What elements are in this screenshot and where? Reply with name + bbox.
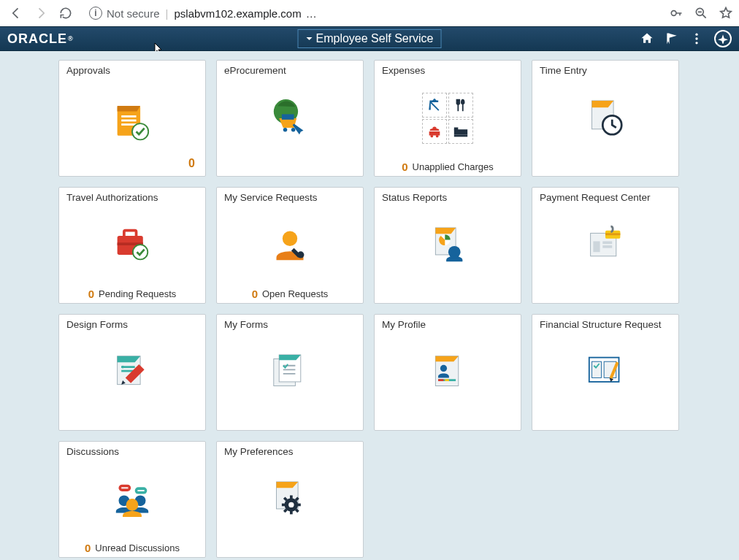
address-separator: | xyxy=(166,7,169,20)
tile-financial-structure-request[interactable]: Financial Structure Request xyxy=(532,314,679,431)
tile-payment-request-center[interactable]: Payment Request Center xyxy=(532,187,679,304)
svg-point-51 xyxy=(126,499,139,511)
zoom-icon[interactable] xyxy=(694,6,708,20)
approvals-count: 0 xyxy=(188,157,195,170)
tile-title: My Forms xyxy=(224,319,356,330)
svg-point-4 xyxy=(695,42,697,44)
expenses-sublabel: Unapplied Charges xyxy=(413,161,494,172)
svg-point-24 xyxy=(133,245,148,259)
svg-rect-8 xyxy=(121,123,136,126)
app-header: ORACLE® Employee Self Service xyxy=(0,26,739,51)
svg-point-37 xyxy=(121,365,124,368)
travel-auth-icon xyxy=(66,203,198,287)
eprocurement-icon xyxy=(224,76,356,160)
svg-point-12 xyxy=(283,127,288,131)
password-key-icon[interactable] xyxy=(669,6,684,20)
tile-title: My Preferences xyxy=(224,446,356,457)
notifications-button[interactable] xyxy=(665,31,679,46)
my-preferences-icon xyxy=(224,457,356,541)
tile-discussions[interactable]: Discussions 0 Unread Discussions xyxy=(58,441,206,558)
reload-button[interactable] xyxy=(55,3,76,23)
discussions-sublabel: Unread Discussions xyxy=(95,542,180,553)
svg-rect-47 xyxy=(592,361,602,377)
tile-title: My Profile xyxy=(382,319,513,330)
svg-rect-60 xyxy=(290,510,293,514)
my-profile-icon xyxy=(382,330,513,414)
tile-my-forms[interactable]: My Forms xyxy=(216,314,364,431)
svg-rect-62 xyxy=(296,503,301,506)
tile-my-service-requests[interactable]: My Service Requests 0 Open Requests xyxy=(216,187,364,304)
service-count: 0 xyxy=(252,288,258,300)
svg-point-0 xyxy=(671,11,676,16)
url-ellipsis: … xyxy=(306,7,317,20)
tile-title: Financial Structure Request xyxy=(540,319,671,330)
discussions-icon xyxy=(66,457,198,541)
not-secure-label: Not secure xyxy=(107,7,160,20)
tile-approvals[interactable]: Approvals 0 xyxy=(58,60,206,177)
svg-rect-7 xyxy=(121,119,136,121)
tile-eprocurement[interactable]: eProcurement xyxy=(216,60,364,177)
svg-point-42 xyxy=(440,364,447,371)
caret-down-icon xyxy=(306,35,313,42)
tile-title: Discussions xyxy=(66,446,198,457)
svg-rect-61 xyxy=(282,503,286,506)
tile-time-entry[interactable]: Time Entry xyxy=(532,60,679,177)
tile-title: Expenses xyxy=(382,65,513,76)
payment-request-icon xyxy=(540,203,671,287)
travel-count: 0 xyxy=(88,288,94,300)
discussions-count: 0 xyxy=(85,542,91,554)
svg-rect-33 xyxy=(602,245,612,248)
svg-point-14 xyxy=(431,134,434,137)
service-sublabel: Open Requests xyxy=(262,288,328,299)
home-button[interactable] xyxy=(640,31,654,46)
svg-point-13 xyxy=(291,127,296,131)
svg-point-26 xyxy=(297,251,304,258)
svg-point-15 xyxy=(436,134,439,137)
tile-title: Travel Authorizations xyxy=(66,192,198,203)
omnibox-actions xyxy=(669,6,733,20)
tile-my-preferences[interactable]: My Preferences xyxy=(216,441,364,558)
tile-travel-authorizations[interactable]: Travel Authorizations 0 Pending Requests xyxy=(58,187,206,304)
navbar-button[interactable] xyxy=(714,30,732,47)
expenses-icon xyxy=(382,76,513,160)
tile-title: Payment Request Center xyxy=(540,192,671,203)
svg-point-58 xyxy=(288,502,294,507)
svg-point-25 xyxy=(283,231,297,245)
address-bar[interactable]: i Not secure | pslabvm102.example.com… xyxy=(89,7,317,20)
back-button[interactable] xyxy=(6,3,26,23)
oracle-logo: ORACLE® xyxy=(7,31,74,47)
svg-rect-55 xyxy=(137,490,144,491)
homepage-selector[interactable]: Employee Self Service xyxy=(298,29,442,48)
financial-structure-icon xyxy=(540,330,671,414)
my-forms-icon xyxy=(224,330,356,414)
svg-rect-59 xyxy=(290,495,293,499)
svg-rect-32 xyxy=(602,241,612,244)
svg-point-3 xyxy=(695,37,697,39)
svg-rect-18 xyxy=(454,134,467,137)
svg-rect-44 xyxy=(438,379,443,381)
tile-title: Approvals xyxy=(66,65,198,76)
tile-status-reports[interactable]: Status Reports xyxy=(374,187,521,304)
approvals-icon xyxy=(66,76,198,173)
tile-title: eProcurement xyxy=(224,65,356,76)
svg-rect-35 xyxy=(605,233,620,235)
tile-expenses[interactable]: Expenses 0 Unapplied Charges xyxy=(374,60,521,177)
browser-toolbar: i Not secure | pslabvm102.example.com… xyxy=(0,0,739,26)
url-host: pslabvm102.example.com xyxy=(174,7,301,20)
svg-rect-11 xyxy=(282,114,294,119)
svg-rect-22 xyxy=(124,230,137,237)
actions-menu-button[interactable] xyxy=(689,31,704,46)
tile-my-profile[interactable]: My Profile xyxy=(374,314,521,431)
forward-button[interactable] xyxy=(31,3,51,23)
svg-rect-17 xyxy=(454,127,459,130)
tile-title: My Service Requests xyxy=(224,192,356,203)
service-requests-icon xyxy=(224,203,356,287)
svg-rect-16 xyxy=(454,129,467,134)
site-info-icon[interactable]: i xyxy=(89,7,102,20)
tile-design-forms[interactable]: Design Forms xyxy=(58,314,206,431)
travel-sublabel: Pending Requests xyxy=(99,288,176,299)
expenses-count: 0 xyxy=(402,161,407,173)
status-reports-icon xyxy=(382,203,513,287)
svg-rect-53 xyxy=(121,487,128,488)
star-icon[interactable] xyxy=(719,6,733,20)
